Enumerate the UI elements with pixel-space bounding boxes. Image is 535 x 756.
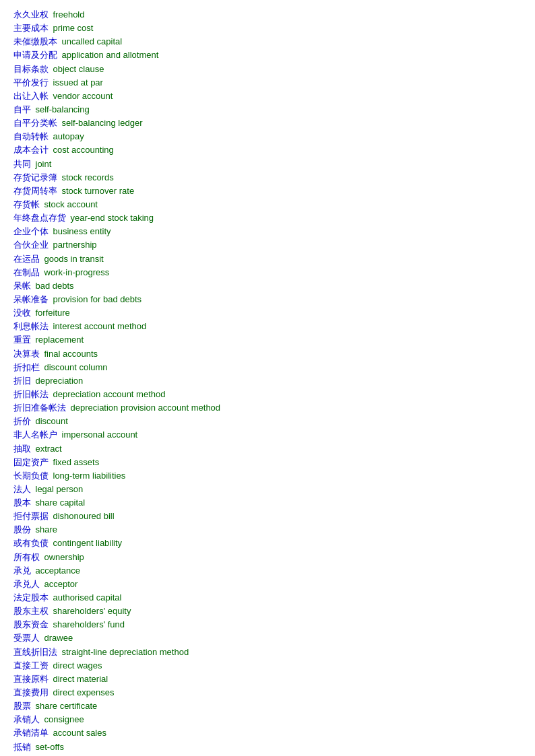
list-item: 永久业权 freehold — [13, 8, 522, 22]
list-item: 长期负债 long-term liabilities — [13, 469, 522, 483]
english-term: discount — [36, 416, 68, 426]
list-item: 申请及分配 application and allotment — [13, 48, 522, 62]
chinese-term: 企业个体 — [13, 226, 49, 236]
english-term: stock turnover rate — [62, 186, 135, 196]
english-term: fixed assets — [53, 457, 100, 467]
chinese-term: 股东主权 — [13, 606, 49, 616]
chinese-term: 成本会计 — [13, 145, 49, 155]
chinese-term: 折旧帐法 — [13, 389, 49, 399]
chinese-term: 自动转帐 — [13, 131, 49, 141]
chinese-term: 永久业权 — [13, 9, 49, 20]
list-item: 承兑 acceptance — [13, 564, 522, 578]
list-item: 非人名帐户 impersonal account — [13, 428, 522, 442]
chinese-term: 抵销 — [13, 742, 31, 752]
english-term: year-end stock taking — [71, 213, 154, 223]
chinese-term: 重置 — [13, 335, 31, 345]
list-item: 股东主权 shareholders' equity — [13, 605, 522, 618]
list-item: 直线折旧法 straight-line depreciation method — [13, 646, 522, 659]
english-term: direct expenses — [53, 687, 115, 697]
list-item: 直接工资 direct wages — [13, 659, 522, 673]
chinese-term: 共同 — [13, 159, 31, 169]
english-term: work-in-progress — [44, 267, 110, 277]
english-term: dishonoured bill — [53, 511, 115, 521]
list-item: 自平分类帐 self-balancing ledger — [13, 116, 522, 130]
chinese-term: 折旧 — [13, 376, 31, 386]
english-term: contingent liability — [53, 538, 123, 548]
chinese-term: 直接费用 — [13, 687, 49, 697]
chinese-term: 承兑人 — [13, 579, 40, 589]
english-term: legal person — [36, 484, 84, 494]
english-term: extract — [36, 444, 62, 454]
english-term: share certificate — [36, 701, 98, 711]
english-term: account sales — [53, 728, 107, 738]
english-term: self-balancing ledger — [62, 118, 143, 128]
chinese-term: 承销人 — [13, 714, 40, 724]
english-term: shareholders' equity — [53, 606, 131, 616]
chinese-term: 承销清单 — [13, 728, 49, 738]
list-item: 股票 share certificate — [13, 699, 522, 713]
chinese-term: 法人 — [13, 484, 31, 494]
english-term: acceptor — [44, 579, 78, 589]
glossary-list: 永久业权 freehold主要成本 prime cost未催缴股本 uncall… — [13, 8, 522, 756]
english-term: issued at par — [53, 77, 103, 88]
english-term: stock records — [62, 172, 114, 182]
list-item: 抵销 set-offs — [13, 741, 522, 754]
list-item: 存货记录簿 stock records — [13, 171, 522, 184]
list-item: 自平 self-balancing — [13, 103, 522, 116]
english-term: share — [36, 524, 58, 535]
list-item: 直接费用 direct expenses — [13, 686, 522, 699]
english-term: application and allotment — [62, 50, 159, 60]
chinese-term: 直接原料 — [13, 674, 49, 684]
list-item: 受票人 drawee — [13, 631, 522, 645]
list-item: 主要成本 prime cost — [13, 22, 522, 35]
english-term: consignee — [44, 714, 84, 724]
english-term: joint — [36, 159, 52, 169]
chinese-term: 股票 — [13, 701, 31, 711]
english-term: autopay — [53, 131, 84, 141]
list-item: 共同 joint — [13, 158, 522, 171]
list-item: 决算表 final accounts — [13, 347, 522, 361]
english-term: long-term liabilities — [53, 471, 126, 481]
list-item: 存货帐 stock account — [13, 198, 522, 211]
list-item: 呆帐 bad debts — [13, 279, 522, 293]
english-term: impersonal account — [62, 429, 138, 440]
chinese-term: 利息帐法 — [13, 321, 49, 331]
english-term: business entity — [53, 226, 111, 236]
chinese-term: 存货记录簿 — [13, 172, 57, 182]
list-item: 折旧准备帐法 depreciation provision account me… — [13, 401, 522, 415]
list-item: 股东资金 shareholders' fund — [13, 618, 522, 631]
english-term: authorised capital — [53, 592, 122, 603]
chinese-term: 抽取 — [13, 444, 31, 454]
list-item: 承销人 consignee — [13, 713, 522, 726]
list-item: 折扣栏 discount column — [13, 361, 522, 374]
chinese-term: 股本 — [13, 497, 31, 508]
list-item: 年终盘点存货 year-end stock taking — [13, 211, 522, 225]
english-term: drawee — [44, 633, 73, 643]
chinese-term: 主要成本 — [13, 23, 49, 33]
chinese-term: 受票人 — [13, 633, 40, 643]
chinese-term: 承兑 — [13, 565, 31, 576]
list-item: 存货周转率 stock turnover rate — [13, 184, 522, 198]
list-item: 折旧 depreciation — [13, 374, 522, 388]
chinese-term: 没收 — [13, 308, 31, 318]
chinese-term: 折价 — [13, 416, 31, 426]
chinese-term: 股份 — [13, 524, 31, 535]
list-item: 法定股本 authorised capital — [13, 591, 522, 605]
chinese-term: 非人名帐户 — [13, 429, 57, 440]
list-item: 在制品 work-in-progress — [13, 266, 522, 279]
english-term: final accounts — [44, 349, 98, 359]
english-term: straight-line depreciation method — [62, 647, 189, 657]
list-item: 未催缴股本 uncalled capital — [13, 35, 522, 48]
list-item: 折价 discount — [13, 415, 522, 428]
chinese-term: 或有负债 — [13, 538, 49, 548]
chinese-term: 年终盘点存货 — [13, 213, 66, 223]
chinese-term: 直线折旧法 — [13, 647, 57, 657]
list-item: 拒付票据 dishonoured bill — [13, 510, 522, 523]
list-item: 直接原料 direct material — [13, 673, 522, 686]
list-item: 没收 forfeiture — [13, 306, 522, 320]
chinese-term: 存货周转率 — [13, 186, 57, 196]
english-term: set-offs — [36, 742, 64, 752]
list-item: 固定资产 fixed assets — [13, 456, 522, 469]
list-item: 在运品 goods in transit — [13, 252, 522, 266]
chinese-term: 固定资产 — [13, 457, 49, 467]
